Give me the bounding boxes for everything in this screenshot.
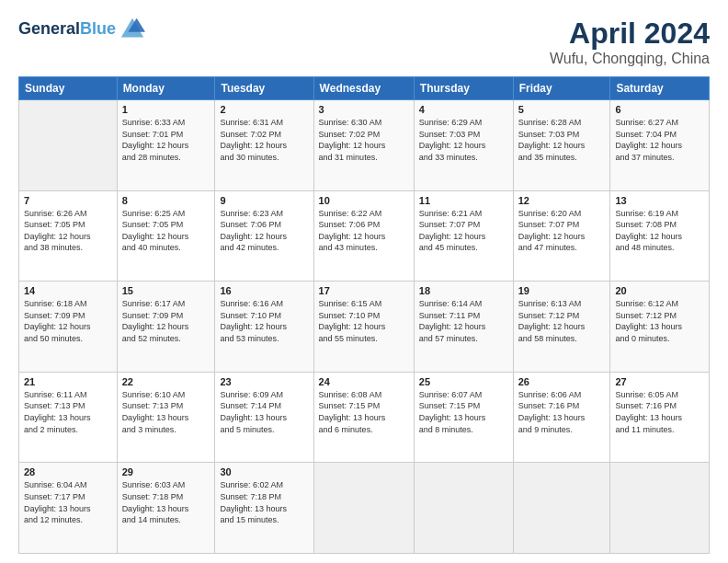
day-number: 3 — [319, 104, 409, 115]
calendar-cell: 25Sunrise: 6:07 AM Sunset: 7:15 PM Dayli… — [414, 372, 513, 463]
day-number: 11 — [419, 195, 508, 206]
day-info: Sunrise: 6:21 AM Sunset: 7:07 PM Dayligh… — [419, 208, 508, 254]
day-info: Sunrise: 6:05 AM Sunset: 7:16 PM Dayligh… — [615, 389, 704, 435]
title-block: April 2024 Wufu, Chongqing, China — [550, 17, 710, 67]
day-info: Sunrise: 6:26 AM Sunset: 7:05 PM Dayligh… — [24, 208, 112, 254]
day-info: Sunrise: 6:17 AM Sunset: 7:09 PM Dayligh… — [122, 298, 210, 344]
day-info: Sunrise: 6:28 AM Sunset: 7:03 PM Dayligh… — [518, 117, 606, 163]
col-monday: Monday — [117, 77, 215, 100]
day-number: 19 — [518, 285, 606, 296]
logo-text: GeneralBlue — [18, 20, 116, 39]
col-saturday: Saturday — [610, 77, 710, 100]
calendar-week-1: 1Sunrise: 6:33 AM Sunset: 7:01 PM Daylig… — [19, 100, 710, 191]
calendar-header-row: Sunday Monday Tuesday Wednesday Thursday… — [19, 77, 710, 100]
day-info: Sunrise: 6:20 AM Sunset: 7:07 PM Dayligh… — [518, 208, 606, 254]
day-number: 13 — [615, 195, 704, 206]
day-number: 12 — [518, 195, 606, 206]
calendar-week-3: 14Sunrise: 6:18 AM Sunset: 7:09 PM Dayli… — [19, 282, 710, 373]
day-number: 28 — [24, 466, 112, 477]
calendar-cell: 12Sunrise: 6:20 AM Sunset: 7:07 PM Dayli… — [513, 190, 610, 282]
day-number: 1 — [122, 104, 210, 115]
day-number: 17 — [319, 285, 409, 296]
day-info: Sunrise: 6:25 AM Sunset: 7:05 PM Dayligh… — [122, 208, 210, 254]
day-number: 23 — [220, 376, 308, 387]
day-number: 6 — [615, 104, 704, 115]
calendar-cell: 10Sunrise: 6:22 AM Sunset: 7:06 PM Dayli… — [313, 190, 414, 282]
col-thursday: Thursday — [414, 77, 513, 100]
day-number: 8 — [122, 195, 210, 206]
calendar-cell: 23Sunrise: 6:09 AM Sunset: 7:14 PM Dayli… — [215, 372, 313, 463]
day-number: 24 — [319, 376, 409, 387]
calendar-cell: 9Sunrise: 6:23 AM Sunset: 7:06 PM Daylig… — [215, 190, 313, 282]
day-info: Sunrise: 6:16 AM Sunset: 7:10 PM Dayligh… — [220, 298, 308, 344]
calendar-subtitle: Wufu, Chongqing, China — [550, 51, 710, 67]
calendar-table: Sunday Monday Tuesday Wednesday Thursday… — [18, 76, 710, 554]
day-number: 29 — [122, 466, 210, 477]
calendar-cell: 15Sunrise: 6:17 AM Sunset: 7:09 PM Dayli… — [117, 282, 215, 373]
calendar-cell: 1Sunrise: 6:33 AM Sunset: 7:01 PM Daylig… — [117, 100, 215, 191]
day-number: 7 — [24, 195, 112, 206]
calendar-cell: 8Sunrise: 6:25 AM Sunset: 7:05 PM Daylig… — [117, 190, 215, 282]
day-number: 2 — [220, 104, 308, 115]
calendar-week-2: 7Sunrise: 6:26 AM Sunset: 7:05 PM Daylig… — [19, 190, 710, 282]
day-number: 5 — [518, 104, 606, 115]
calendar-cell: 30Sunrise: 6:02 AM Sunset: 7:18 PM Dayli… — [215, 463, 313, 554]
day-info: Sunrise: 6:23 AM Sunset: 7:06 PM Dayligh… — [220, 208, 308, 254]
day-info: Sunrise: 6:14 AM Sunset: 7:11 PM Dayligh… — [419, 298, 508, 344]
calendar-cell: 13Sunrise: 6:19 AM Sunset: 7:08 PM Dayli… — [610, 190, 710, 282]
calendar-cell: 7Sunrise: 6:26 AM Sunset: 7:05 PM Daylig… — [19, 190, 118, 282]
day-info: Sunrise: 6:08 AM Sunset: 7:15 PM Dayligh… — [319, 389, 409, 435]
day-info: Sunrise: 6:30 AM Sunset: 7:02 PM Dayligh… — [319, 117, 409, 163]
day-info: Sunrise: 6:03 AM Sunset: 7:18 PM Dayligh… — [122, 479, 210, 525]
calendar-cell: 6Sunrise: 6:27 AM Sunset: 7:04 PM Daylig… — [610, 100, 710, 191]
calendar-cell: 16Sunrise: 6:16 AM Sunset: 7:10 PM Dayli… — [215, 282, 313, 373]
day-number: 18 — [419, 285, 508, 296]
day-info: Sunrise: 6:18 AM Sunset: 7:09 PM Dayligh… — [24, 298, 112, 344]
calendar-cell — [19, 100, 118, 191]
calendar-cell: 11Sunrise: 6:21 AM Sunset: 7:07 PM Dayli… — [414, 190, 513, 282]
day-info: Sunrise: 6:07 AM Sunset: 7:15 PM Dayligh… — [419, 389, 508, 435]
day-number: 14 — [24, 285, 112, 296]
day-info: Sunrise: 6:02 AM Sunset: 7:18 PM Dayligh… — [220, 479, 308, 525]
calendar-cell — [513, 463, 610, 554]
day-info: Sunrise: 6:19 AM Sunset: 7:08 PM Dayligh… — [615, 208, 704, 254]
day-number: 26 — [518, 376, 606, 387]
day-number: 15 — [122, 285, 210, 296]
day-number: 30 — [220, 466, 308, 477]
calendar-cell: 19Sunrise: 6:13 AM Sunset: 7:12 PM Dayli… — [513, 282, 610, 373]
page: GeneralBlue April 2024 Wufu, Chongqing, … — [0, 0, 728, 563]
calendar-cell: 2Sunrise: 6:31 AM Sunset: 7:02 PM Daylig… — [215, 100, 313, 191]
logo: GeneralBlue — [18, 17, 145, 42]
calendar-cell: 27Sunrise: 6:05 AM Sunset: 7:16 PM Dayli… — [610, 372, 710, 463]
calendar-week-4: 21Sunrise: 6:11 AM Sunset: 7:13 PM Dayli… — [19, 372, 710, 463]
col-sunday: Sunday — [19, 77, 118, 100]
calendar-cell: 4Sunrise: 6:29 AM Sunset: 7:03 PM Daylig… — [414, 100, 513, 191]
day-number: 20 — [615, 285, 704, 296]
calendar-cell: 29Sunrise: 6:03 AM Sunset: 7:18 PM Dayli… — [117, 463, 215, 554]
calendar-cell: 28Sunrise: 6:04 AM Sunset: 7:17 PM Dayli… — [19, 463, 118, 554]
day-number: 22 — [122, 376, 210, 387]
calendar-cell — [610, 463, 710, 554]
calendar-title: April 2024 — [550, 17, 710, 51]
day-number: 21 — [24, 376, 112, 387]
calendar-week-5: 28Sunrise: 6:04 AM Sunset: 7:17 PM Dayli… — [19, 463, 710, 554]
col-friday: Friday — [513, 77, 610, 100]
calendar-cell: 5Sunrise: 6:28 AM Sunset: 7:03 PM Daylig… — [513, 100, 610, 191]
day-info: Sunrise: 6:27 AM Sunset: 7:04 PM Dayligh… — [615, 117, 704, 163]
calendar-cell — [313, 463, 414, 554]
day-info: Sunrise: 6:10 AM Sunset: 7:13 PM Dayligh… — [122, 389, 210, 435]
day-info: Sunrise: 6:09 AM Sunset: 7:14 PM Dayligh… — [220, 389, 308, 435]
day-number: 27 — [615, 376, 704, 387]
day-info: Sunrise: 6:29 AM Sunset: 7:03 PM Dayligh… — [419, 117, 508, 163]
calendar-cell: 20Sunrise: 6:12 AM Sunset: 7:12 PM Dayli… — [610, 282, 710, 373]
header: GeneralBlue April 2024 Wufu, Chongqing, … — [18, 17, 710, 67]
calendar-cell: 22Sunrise: 6:10 AM Sunset: 7:13 PM Dayli… — [117, 372, 215, 463]
calendar-cell: 24Sunrise: 6:08 AM Sunset: 7:15 PM Dayli… — [313, 372, 414, 463]
col-tuesday: Tuesday — [215, 77, 313, 100]
day-info: Sunrise: 6:04 AM Sunset: 7:17 PM Dayligh… — [24, 479, 112, 525]
calendar-cell: 3Sunrise: 6:30 AM Sunset: 7:02 PM Daylig… — [313, 100, 414, 191]
calendar-cell: 21Sunrise: 6:11 AM Sunset: 7:13 PM Dayli… — [19, 372, 118, 463]
calendar-cell: 18Sunrise: 6:14 AM Sunset: 7:11 PM Dayli… — [414, 282, 513, 373]
logo-icon — [119, 17, 145, 42]
day-number: 10 — [319, 195, 409, 206]
